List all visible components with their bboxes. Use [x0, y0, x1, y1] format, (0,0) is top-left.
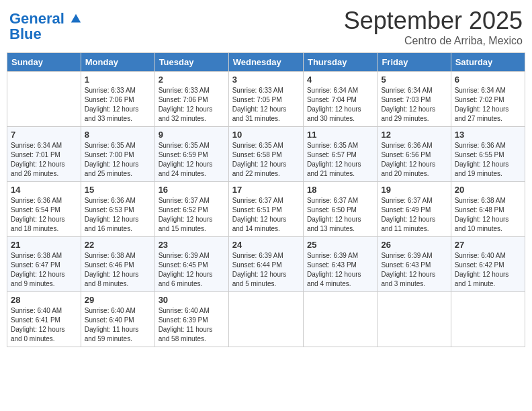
day-number: 21 — [11, 240, 77, 250]
day-number: 29 — [85, 295, 151, 305]
calendar-cell: 28Sunrise: 6:40 AM Sunset: 6:41 PM Dayli… — [7, 292, 81, 347]
day-number: 11 — [307, 130, 373, 140]
day-number: 28 — [11, 295, 77, 305]
calendar-cell: 1Sunrise: 6:33 AM Sunset: 7:06 PM Daylig… — [81, 72, 154, 127]
calendar-cell: 7Sunrise: 6:34 AM Sunset: 7:01 PM Daylig… — [7, 127, 81, 182]
title-block: September 2025 Centro de Arriba, Mexico — [344, 7, 523, 47]
day-info: Sunrise: 6:35 AM Sunset: 6:57 PM Dayligh… — [307, 141, 373, 179]
day-info: Sunrise: 6:39 AM Sunset: 6:44 PM Dayligh… — [232, 251, 300, 289]
calendar-cell: 17Sunrise: 6:37 AM Sunset: 6:51 PM Dayli… — [228, 182, 303, 237]
day-info: Sunrise: 6:39 AM Sunset: 6:43 PM Dayligh… — [381, 251, 447, 289]
day-info: Sunrise: 6:37 AM Sunset: 6:51 PM Dayligh… — [232, 196, 300, 234]
calendar-cell: 30Sunrise: 6:40 AM Sunset: 6:39 PM Dayli… — [154, 292, 228, 347]
calendar-cell: 22Sunrise: 6:38 AM Sunset: 6:46 PM Dayli… — [81, 237, 154, 292]
day-info: Sunrise: 6:38 AM Sunset: 6:48 PM Dayligh… — [455, 196, 521, 234]
day-info: Sunrise: 6:34 AM Sunset: 7:04 PM Dayligh… — [307, 86, 373, 124]
weekday-header-monday: Monday — [81, 53, 154, 72]
weekday-header-saturday: Saturday — [451, 53, 525, 72]
day-info: Sunrise: 6:39 AM Sunset: 6:45 PM Dayligh… — [159, 251, 225, 289]
calendar-cell: 10Sunrise: 6:35 AM Sunset: 6:58 PM Dayli… — [228, 127, 303, 182]
calendar-cell: 15Sunrise: 6:36 AM Sunset: 6:53 PM Dayli… — [81, 182, 154, 237]
day-info: Sunrise: 6:35 AM Sunset: 6:58 PM Dayligh… — [232, 141, 300, 179]
day-info: Sunrise: 6:34 AM Sunset: 7:01 PM Dayligh… — [11, 141, 77, 179]
day-info: Sunrise: 6:36 AM Sunset: 6:53 PM Dayligh… — [85, 196, 151, 234]
weekday-header-wednesday: Wednesday — [228, 53, 303, 72]
day-info: Sunrise: 6:39 AM Sunset: 6:43 PM Dayligh… — [307, 251, 373, 289]
week-row-4: 21Sunrise: 6:38 AM Sunset: 6:47 PM Dayli… — [7, 237, 525, 292]
day-number: 12 — [381, 130, 447, 140]
calendar-cell: 19Sunrise: 6:37 AM Sunset: 6:49 PM Dayli… — [378, 182, 451, 237]
calendar-cell: 16Sunrise: 6:37 AM Sunset: 6:52 PM Dayli… — [154, 182, 228, 237]
day-info: Sunrise: 6:38 AM Sunset: 6:47 PM Dayligh… — [11, 251, 77, 289]
day-number: 22 — [85, 240, 151, 250]
calendar-cell: 18Sunrise: 6:37 AM Sunset: 6:50 PM Dayli… — [303, 182, 377, 237]
day-info: Sunrise: 6:40 AM Sunset: 6:42 PM Dayligh… — [455, 251, 521, 289]
day-number: 30 — [159, 295, 225, 305]
month-title: September 2025 — [344, 7, 523, 35]
calendar-cell: 3Sunrise: 6:33 AM Sunset: 7:05 PM Daylig… — [228, 72, 303, 127]
calendar-cell: 6Sunrise: 6:34 AM Sunset: 7:02 PM Daylig… — [451, 72, 525, 127]
day-number: 4 — [307, 75, 373, 85]
weekday-header-sunday: Sunday — [7, 53, 81, 72]
week-row-3: 14Sunrise: 6:36 AM Sunset: 6:54 PM Dayli… — [7, 182, 525, 237]
logo-blue: Blue — [9, 27, 82, 42]
day-number: 25 — [307, 240, 373, 250]
day-number: 1 — [85, 75, 151, 85]
day-info: Sunrise: 6:37 AM Sunset: 6:49 PM Dayligh… — [381, 196, 447, 234]
day-info: Sunrise: 6:37 AM Sunset: 6:50 PM Dayligh… — [307, 196, 373, 234]
day-number: 17 — [232, 185, 300, 195]
calendar-cell: 25Sunrise: 6:39 AM Sunset: 6:43 PM Dayli… — [303, 237, 377, 292]
week-row-5: 28Sunrise: 6:40 AM Sunset: 6:41 PM Dayli… — [7, 292, 525, 347]
day-number: 5 — [381, 75, 447, 85]
logo-text: General — [9, 11, 82, 27]
day-number: 24 — [232, 240, 300, 250]
day-number: 7 — [11, 130, 77, 140]
calendar-cell: 4Sunrise: 6:34 AM Sunset: 7:04 PM Daylig… — [303, 72, 377, 127]
day-info: Sunrise: 6:33 AM Sunset: 7:06 PM Dayligh… — [159, 86, 225, 124]
weekday-header-thursday: Thursday — [303, 53, 377, 72]
weekday-header-tuesday: Tuesday — [154, 53, 228, 72]
calendar-cell: 23Sunrise: 6:39 AM Sunset: 6:45 PM Dayli… — [154, 237, 228, 292]
weekday-header-friday: Friday — [378, 53, 451, 72]
week-row-2: 7Sunrise: 6:34 AM Sunset: 7:01 PM Daylig… — [7, 127, 525, 182]
day-number: 10 — [232, 130, 300, 140]
calendar-cell: 26Sunrise: 6:39 AM Sunset: 6:43 PM Dayli… — [378, 237, 451, 292]
day-number: 26 — [381, 240, 447, 250]
day-number: 18 — [307, 185, 373, 195]
day-number: 23 — [159, 240, 225, 250]
day-number: 9 — [159, 130, 225, 140]
calendar-cell: 12Sunrise: 6:36 AM Sunset: 6:56 PM Dayli… — [378, 127, 451, 182]
day-info: Sunrise: 6:34 AM Sunset: 7:03 PM Dayligh… — [381, 86, 447, 124]
calendar-cell — [378, 292, 451, 347]
day-number: 14 — [11, 185, 77, 195]
day-number: 15 — [85, 185, 151, 195]
calendar-cell: 27Sunrise: 6:40 AM Sunset: 6:42 PM Dayli… — [451, 237, 525, 292]
day-number: 20 — [455, 185, 521, 195]
day-number: 8 — [85, 130, 151, 140]
day-info: Sunrise: 6:36 AM Sunset: 6:56 PM Dayligh… — [381, 141, 447, 179]
day-info: Sunrise: 6:40 AM Sunset: 6:39 PM Dayligh… — [159, 306, 225, 344]
calendar-cell — [7, 72, 81, 127]
day-info: Sunrise: 6:37 AM Sunset: 6:52 PM Dayligh… — [159, 196, 225, 234]
calendar-cell: 20Sunrise: 6:38 AM Sunset: 6:48 PM Dayli… — [451, 182, 525, 237]
calendar-table: SundayMondayTuesdayWednesdayThursdayFrid… — [7, 52, 525, 347]
calendar-cell — [228, 292, 303, 347]
day-info: Sunrise: 6:36 AM Sunset: 6:54 PM Dayligh… — [11, 196, 77, 234]
day-number: 16 — [159, 185, 225, 195]
svg-marker-0 — [71, 14, 81, 23]
calendar-cell: 11Sunrise: 6:35 AM Sunset: 6:57 PM Dayli… — [303, 127, 377, 182]
day-number: 27 — [455, 240, 521, 250]
day-info: Sunrise: 6:36 AM Sunset: 6:55 PM Dayligh… — [455, 141, 521, 179]
day-info: Sunrise: 6:35 AM Sunset: 6:59 PM Dayligh… — [159, 141, 225, 179]
day-number: 2 — [159, 75, 225, 85]
location-subtitle: Centro de Arriba, Mexico — [344, 35, 523, 47]
day-info: Sunrise: 6:40 AM Sunset: 6:41 PM Dayligh… — [11, 306, 77, 344]
day-number: 6 — [455, 75, 521, 85]
calendar-cell: 5Sunrise: 6:34 AM Sunset: 7:03 PM Daylig… — [378, 72, 451, 127]
day-info: Sunrise: 6:35 AM Sunset: 7:00 PM Dayligh… — [85, 141, 151, 179]
day-info: Sunrise: 6:38 AM Sunset: 6:46 PM Dayligh… — [85, 251, 151, 289]
day-info: Sunrise: 6:33 AM Sunset: 7:06 PM Dayligh… — [85, 86, 151, 124]
calendar-cell — [303, 292, 377, 347]
day-number: 19 — [381, 185, 447, 195]
calendar-cell: 14Sunrise: 6:36 AM Sunset: 6:54 PM Dayli… — [7, 182, 81, 237]
